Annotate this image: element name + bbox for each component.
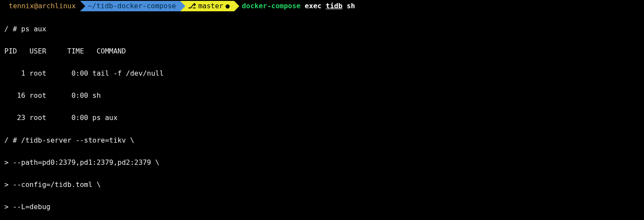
prompt-path-segment: ~/tidb-docker-compose [80, 1, 180, 11]
command-arg-sh: sh [347, 2, 355, 10]
output-line: > --config=/tidb.toml \ [4, 179, 640, 190]
output-line: PID USER TIME COMMAND [4, 46, 640, 57]
terminal-output[interactable]: / # ps aux PID USER TIME COMMAND 1 root … [0, 12, 644, 220]
output-line: 23 root 0:00 ps aux [4, 112, 640, 123]
git-dirty-marker: ● [225, 1, 230, 11]
prompt-branch: master [198, 1, 223, 11]
command-main: docker-compose [242, 2, 301, 10]
command-arg-target: tidb [326, 2, 343, 10]
output-line: 16 root 0:00 sh [4, 90, 640, 101]
output-line: / # ps aux [4, 23, 640, 35]
prompt-userhost: tennix@archlinux [9, 1, 76, 11]
prompt-branch-segment: ⎇ master ● [180, 1, 234, 11]
prompt-path: ~/tidb-docker-compose [88, 1, 176, 11]
shell-prompt-line[interactable]: tennix@archlinux ~/tidb-docker-compose ⎇… [0, 0, 644, 12]
typed-command[interactable]: docker-compose exec tidb sh [234, 0, 355, 12]
output-line: / # /tidb-server --store=tikv \ [4, 135, 640, 146]
git-branch-icon: ⎇ [188, 1, 196, 11]
output-line: > --L=debug [4, 201, 640, 213]
output-line: 1 root 0:00 tail -f /dev/null [4, 68, 640, 79]
command-arg-exec: exec [305, 2, 322, 10]
prompt-userhost-segment: tennix@archlinux [4, 1, 80, 11]
output-line: > --path=pd0:2379,pd1:2379,pd2:2379 \ [4, 157, 640, 168]
